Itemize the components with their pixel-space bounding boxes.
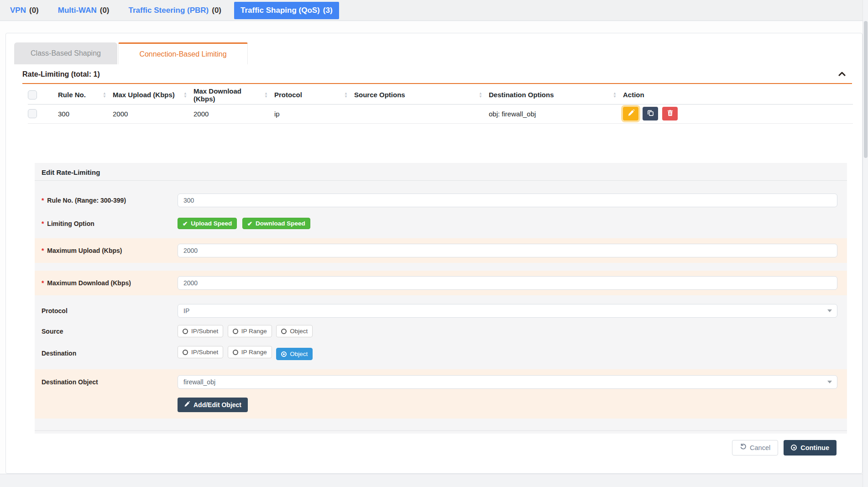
sort-icon[interactable]: ▲▼: [103, 92, 106, 98]
upload-speed-toggle[interactable]: ✔ Upload Speed: [178, 218, 237, 229]
cell-source-options: [354, 104, 489, 123]
cell-max-download: 2000: [193, 104, 274, 123]
edit-rate-limiting-form: Edit Rate-Limiting * Rule No. (Range: 30…: [35, 163, 847, 434]
source-ip-subnet-radio[interactable]: IP/Subnet: [178, 325, 223, 337]
column-header-action: Action: [623, 86, 853, 104]
column-label: Rule No.: [58, 91, 86, 99]
radio-icon: [233, 329, 238, 334]
edit-rule-button[interactable]: [623, 107, 638, 120]
browser-scrollbar[interactable]: [863, 0, 868, 487]
nav-tab-label: Traffic Steering (PBR): [129, 6, 209, 15]
source-object-radio[interactable]: Object: [276, 325, 313, 337]
protocol-select[interactable]: [178, 304, 837, 318]
chevron-up-icon: [838, 71, 846, 78]
protocol-label: Protocol: [42, 307, 178, 314]
collapse-panel-button[interactable]: [834, 69, 850, 79]
nav-tab-vpn[interactable]: VPN (0): [4, 2, 45, 19]
max-download-row: * Maximum Download (Kbps): [35, 271, 847, 295]
qos-card: Class-Based Shaping Connection-Based Lim…: [5, 33, 863, 474]
radio-selected-icon: [281, 351, 287, 357]
limiting-option-row: * Limiting Option ✔ Upload Speed ✔ Downl…: [35, 215, 847, 232]
subtab-label: Class-Based Shaping: [31, 49, 101, 58]
required-asterisk: *: [42, 247, 44, 254]
cell-protocol: ip: [274, 104, 354, 123]
column-header-max-download[interactable]: Max Download (Kbps) ▲▼: [193, 86, 274, 104]
nav-tab-count: (3): [323, 6, 333, 15]
cell-destination-options: obj: firewall_obj: [489, 104, 623, 123]
rate-limiting-table: Rule No. ▲▼ Max Upload (Kbps) ▲▼ Max Dow…: [28, 86, 853, 124]
radio-icon: [183, 350, 188, 355]
nav-tab-traffic-steering[interactable]: Traffic Steering (PBR) (0): [122, 2, 228, 19]
copy-icon: [647, 110, 654, 118]
destination-ip-subnet-radio[interactable]: IP/Subnet: [178, 346, 223, 358]
delete-rule-button[interactable]: [662, 107, 678, 120]
destination-ip-range-radio[interactable]: IP Range: [228, 346, 272, 358]
subtab-label: Connection-Based Limiting: [139, 50, 226, 58]
cancel-button[interactable]: Cancel: [732, 440, 778, 456]
max-upload-label: * Maximum Upload (Kbps): [42, 247, 178, 254]
source-label: Source: [42, 328, 178, 335]
add-edit-object-button[interactable]: Add/Edit Object: [178, 398, 248, 412]
column-header-protocol[interactable]: Protocol ▲▼: [274, 86, 354, 104]
column-label: Source Options: [354, 91, 405, 99]
destination-object-row: Destination Object Add/Edit Object: [35, 369, 847, 419]
chevron-down-icon: [827, 381, 832, 383]
circled-dot-icon: [791, 445, 797, 450]
required-asterisk: *: [42, 279, 44, 287]
nav-tab-count: (0): [100, 6, 110, 15]
rule-no-row: * Rule No. (Range: 300-399): [35, 190, 847, 211]
column-header-rule-no[interactable]: Rule No. ▲▼: [58, 86, 113, 104]
radio-icon: [281, 329, 287, 334]
nav-tab-multi-wan[interactable]: Multi-WAN (0): [52, 2, 116, 19]
source-ip-range-radio[interactable]: IP Range: [228, 325, 272, 337]
sort-icon[interactable]: ▲▼: [264, 92, 268, 98]
select-all-checkbox[interactable]: [28, 90, 37, 99]
rate-limiting-panel: Rate-Limiting (total: 1) Rule No. ▲▼: [22, 64, 852, 124]
max-download-label: * Maximum Download (Kbps): [42, 279, 178, 287]
row-checkbox[interactable]: [28, 109, 37, 118]
cell-rule-no: 300: [58, 104, 113, 123]
copy-rule-button[interactable]: [643, 107, 658, 120]
max-upload-input[interactable]: [178, 244, 837, 257]
column-header-max-upload[interactable]: Max Upload (Kbps) ▲▼: [113, 86, 193, 104]
table-row: 300 2000 2000 ip obj: firewall_obj: [28, 104, 853, 123]
rate-limiting-panel-header: Rate-Limiting (total: 1): [22, 64, 852, 84]
nav-tab-traffic-shaping[interactable]: Traffic Shaping (QoS) (3): [234, 2, 339, 19]
continue-button[interactable]: Continue: [784, 440, 837, 456]
nav-tab-count: (0): [29, 6, 39, 15]
required-asterisk: *: [42, 197, 44, 204]
form-title-divider: [35, 180, 847, 181]
download-speed-toggle[interactable]: ✔ Download Speed: [242, 218, 310, 229]
destination-object-label: Destination Object: [42, 378, 178, 386]
sort-icon[interactable]: ▲▼: [613, 92, 617, 98]
sort-icon[interactable]: ▲▼: [344, 92, 348, 98]
form-footer: Cancel Continue: [6, 434, 862, 456]
trash-icon: [667, 110, 674, 118]
column-label: Protocol: [274, 91, 302, 99]
required-asterisk: *: [42, 220, 44, 227]
page-bottom-strip: [0, 474, 868, 487]
protocol-row: Protocol: [35, 302, 847, 320]
scrollbar-thumb[interactable]: [864, 21, 868, 158]
form-title: Edit Rate-Limiting: [35, 168, 847, 180]
check-icon: ✔: [183, 220, 188, 227]
rule-no-input[interactable]: [178, 194, 837, 207]
panel-title: Rate-Limiting (total: 1): [22, 70, 100, 79]
nav-tab-label: Multi-WAN: [58, 6, 97, 15]
column-header-destination-options[interactable]: Destination Options ▲▼: [489, 86, 623, 104]
top-nav-bar: VPN (0) Multi-WAN (0) Traffic Steering (…: [0, 0, 868, 21]
destination-object-radio[interactable]: Object: [276, 348, 313, 360]
sort-icon[interactable]: ▲▼: [183, 92, 187, 98]
subtab-class-based-shaping[interactable]: Class-Based Shaping: [14, 42, 117, 64]
table-header-row: Rule No. ▲▼ Max Upload (Kbps) ▲▼ Max Dow…: [28, 86, 853, 104]
undo-icon: [740, 444, 746, 451]
column-header-source-options[interactable]: Source Options ▲▼: [354, 86, 489, 104]
column-label: Max Upload (Kbps): [113, 91, 175, 99]
sort-icon[interactable]: ▲▼: [479, 92, 482, 98]
pencil-icon: [627, 110, 634, 118]
max-download-input[interactable]: [178, 276, 837, 290]
nav-tab-label: VPN: [10, 6, 26, 15]
column-label: Destination Options: [489, 91, 554, 99]
subtab-connection-based-limiting[interactable]: Connection-Based Limiting: [118, 42, 248, 64]
destination-object-select[interactable]: [178, 375, 837, 389]
